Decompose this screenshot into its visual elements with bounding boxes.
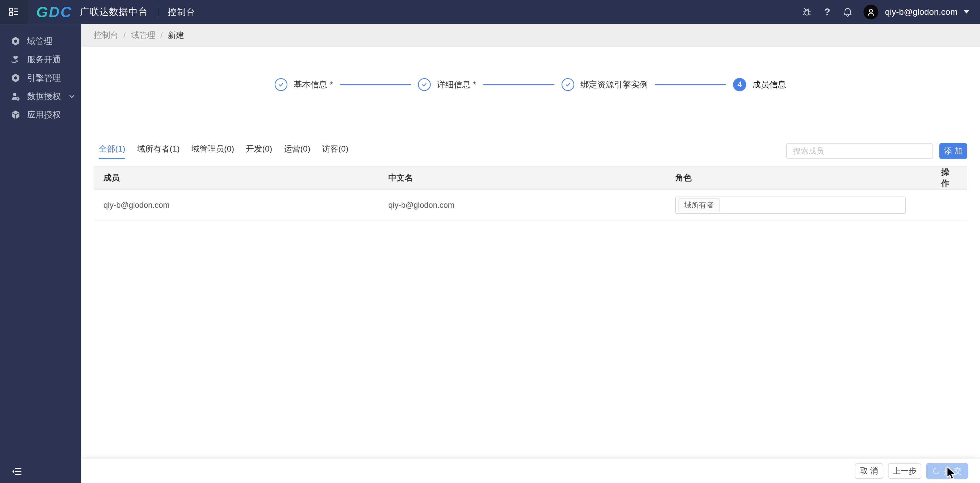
breadcrumb: 控制台 / 域管理 / 新建 [81,24,980,47]
wizard-footer: 取 消 上一步 提 交 [81,459,980,483]
step-label: 基本信息 * [294,79,333,91]
step-basic-info: 基本信息 * [275,78,333,91]
step-check-icon [562,78,574,91]
add-member-button[interactable]: 添 加 [939,143,967,159]
submit-button-label: 提 交 [944,465,962,477]
breadcrumb-separator: / [161,30,163,40]
breadcrumb-item-console[interactable]: 控制台 [94,30,118,41]
topbar-divider [158,7,158,17]
loading-spinner-icon [932,467,940,475]
menu-fold-button[interactable] [11,465,23,477]
sidebar-item-app-authorization[interactable]: 应用授权 [0,105,81,124]
sidebar-item-label: 引擎管理 [27,72,61,84]
layout-list-icon [8,6,19,18]
sidebar-toggle-button[interactable] [0,0,28,24]
column-header-actions: 操作 [933,167,967,189]
topbar-nav-console[interactable]: 控制台 [168,6,196,18]
topbar-right: ? qiy-b@glodon.com [792,5,969,19]
avatar[interactable] [864,5,878,19]
column-header-chinese-name: 中文名 [388,172,675,183]
tab-domain-admin[interactable]: 域管理员(0) [191,143,234,159]
member-toolbar: 添 加 [786,143,967,159]
sidebar-nav: 域管理 服务开通 引擎管理 [0,24,81,124]
sidebar-item-engine-management[interactable]: 引擎管理 [0,69,81,87]
tab-developer[interactable]: 开发(0) [246,143,272,159]
wizard-stepper: 基本信息 * 详细信息 * 绑定资源引擎实例 4 成员信息 [275,78,786,91]
tab-domain-owner[interactable]: 域所有者(1) [137,143,180,159]
main-content: 控制台 / 域管理 / 新建 基本信息 * 详细信息 * 绑定资源引擎实例 [81,24,980,483]
step-number-badge: 4 [733,78,746,91]
step-label: 绑定资源引擎实例 [581,79,648,91]
chevron-down-icon [68,92,76,100]
step-connector [340,84,411,85]
sidebar: 域管理 服务开通 引擎管理 [0,24,81,483]
hexagon-nut-icon [10,36,21,46]
sidebar-item-label: 域管理 [27,35,52,47]
step-check-icon [275,78,287,91]
tab-guest[interactable]: 访客(0) [322,143,348,159]
search-member-input[interactable] [786,143,933,159]
breadcrumb-item-current: 新建 [168,30,184,41]
user-gear-icon [10,91,21,102]
submit-button[interactable]: 提 交 [926,463,968,479]
sidebar-item-data-authorization[interactable]: 数据授权 [0,87,81,105]
column-header-member: 成员 [94,172,388,183]
hexagon-nut-icon [10,73,21,83]
sidebar-item-domain-management[interactable]: 域管理 [0,32,81,50]
step-connector [484,84,554,85]
previous-step-button[interactable]: 上一步 [888,463,921,479]
tab-operations[interactable]: 运营(0) [284,143,310,159]
step-label: 详细信息 * [437,79,476,91]
step-member-info: 4 成员信息 [733,78,786,91]
bell-icon[interactable] [842,6,853,18]
user-email[interactable]: qiy-b@glodon.com [885,7,958,17]
sidebar-item-service-activation[interactable]: 服务开通 [0,50,81,69]
member-table: 成员 中文名 角色 操作 qiy-b@glodon.com qiy-b@glod… [94,166,967,221]
role-tag: 域所有者 [678,198,720,212]
cell-chinese-name: qiy-b@glodon.com [388,201,675,210]
sidebar-item-label: 服务开通 [27,54,61,65]
brand: GDC 广联达数据中台 [36,5,148,19]
help-icon[interactable]: ? [822,6,833,18]
table-row: qiy-b@glodon.com qiy-b@glodon.com 域所有者 [94,190,967,221]
app-title: 广联达数据中台 [80,6,148,18]
topbar: GDC 广联达数据中台 控制台 ? [0,0,980,24]
hand-heart-icon [10,54,21,65]
column-header-role: 角色 [675,172,933,183]
step-check-icon [418,78,431,91]
member-filter-tabs: 全部(1) 域所有者(1) 域管理员(0) 开发(0) 运营(0) 访客(0) [99,143,348,159]
bug-icon[interactable] [801,6,812,18]
cancel-button[interactable]: 取 消 [855,463,883,479]
sidebar-item-label: 应用授权 [27,109,61,121]
breadcrumb-separator: / [123,30,126,40]
cube-icon [10,109,21,120]
table-header-row: 成员 中文名 角色 操作 [94,166,967,190]
gdc-logo: GDC [36,5,72,19]
breadcrumb-item-domain-management[interactable]: 域管理 [131,30,155,41]
tab-all[interactable]: 全部(1) [99,143,125,159]
step-bind-engine-instance: 绑定资源引擎实例 [562,78,648,91]
caret-down-icon[interactable] [964,10,969,14]
cell-role: 域所有者 [675,196,933,214]
role-select[interactable]: 域所有者 [675,196,906,214]
step-connector [655,84,726,85]
sidebar-item-label: 数据授权 [27,91,61,102]
cell-member: qiy-b@glodon.com [94,201,388,210]
step-detail-info: 详细信息 * [418,78,476,91]
step-label: 成员信息 [752,79,786,91]
